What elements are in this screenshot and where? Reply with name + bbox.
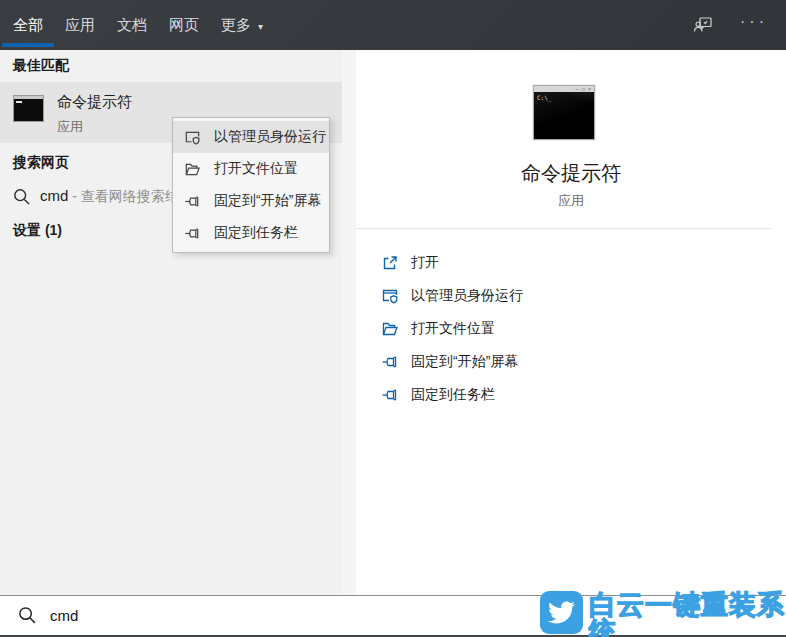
tab-apps-label: 应用 (65, 16, 95, 35)
preview-panel: – □ × C:\_ 命令提示符 应用 打开 (356, 50, 786, 596)
tab-all[interactable]: 全部 (2, 0, 54, 50)
more-options-icon[interactable]: ··· (740, 14, 768, 30)
pin-icon (184, 225, 201, 242)
menu-item-label: 以管理员身份运行 (214, 128, 326, 146)
search-icon (13, 188, 31, 206)
twitter-bird-icon (540, 591, 583, 634)
tab-more[interactable]: 更多 ▾ (210, 0, 274, 50)
feedback-icon[interactable] (692, 14, 714, 36)
tab-web-label: 网页 (169, 16, 199, 35)
action-pin-to-start[interactable]: 固定到“开始”屏幕 (356, 345, 786, 378)
tab-apps[interactable]: 应用 (54, 0, 106, 50)
action-list: 打开 以管理员身份运行 (356, 246, 786, 411)
menu-item-label: 打开文件位置 (214, 160, 298, 178)
best-match-header: 最佳匹配 (13, 57, 69, 75)
action-label: 固定到“开始”屏幕 (411, 353, 518, 371)
panel-divider (342, 50, 356, 596)
action-label: 打开文件位置 (411, 320, 495, 338)
watermark: 白云一键重装系统 www.baiyunxitong.com (540, 591, 786, 637)
menu-open-file-location[interactable]: 打开文件位置 (173, 153, 329, 185)
context-menu: 以管理员身份运行 打开文件位置 固定到“开始”屏幕 (172, 117, 330, 253)
windows-search-flyout: 全部 应用 文档 网页 更多 ▾ ··· (0, 0, 786, 637)
tab-all-label: 全部 (13, 16, 43, 35)
tab-more-label: 更多 (221, 16, 251, 35)
action-open-file-location[interactable]: 打开文件位置 (356, 312, 786, 345)
menu-item-label: 固定到“开始”屏幕 (214, 192, 321, 210)
run-as-admin-icon (184, 129, 201, 146)
watermark-title: 白云一键重装系统 (589, 592, 786, 637)
best-match-subtitle: 应用 (57, 118, 83, 136)
cmd-terminal-icon (13, 95, 44, 122)
action-label: 固定到任务栏 (411, 386, 495, 404)
settings-header: 设置 (1) (13, 222, 62, 240)
file-location-icon (381, 320, 399, 338)
search-web-suffix: - 查看网络搜索结 (68, 188, 178, 204)
tab-documents[interactable]: 文档 (106, 0, 158, 50)
open-icon (381, 254, 399, 272)
run-as-admin-icon (381, 287, 399, 305)
action-open[interactable]: 打开 (356, 246, 786, 279)
action-run-as-admin[interactable]: 以管理员身份运行 (356, 279, 786, 312)
search-web-query: cmd - 查看网络搜索结 (40, 187, 179, 206)
action-label: 打开 (411, 254, 439, 272)
menu-pin-to-taskbar[interactable]: 固定到任务栏 (173, 217, 329, 249)
screen-glare-decoration (534, 92, 594, 139)
search-icon (18, 606, 37, 625)
pin-icon (381, 386, 399, 404)
search-filter-tab-bar: 全部 应用 文档 网页 更多 ▾ ··· (0, 0, 786, 50)
menu-item-label: 固定到任务栏 (214, 224, 298, 242)
app-subtitle: 应用 (356, 192, 786, 210)
cmd-terminal-icon-large: – □ × C:\_ (533, 85, 595, 140)
action-pin-to-taskbar[interactable]: 固定到任务栏 (356, 378, 786, 411)
menu-pin-to-start[interactable]: 固定到“开始”屏幕 (173, 185, 329, 217)
separator (356, 228, 772, 229)
chevron-down-icon: ▾ (258, 21, 263, 32)
best-match-title: 命令提示符 (57, 93, 132, 112)
search-web-header: 搜索网页 (13, 154, 69, 172)
tab-web[interactable]: 网页 (158, 0, 210, 50)
action-label: 以管理员身份运行 (411, 287, 523, 305)
menu-run-as-admin[interactable]: 以管理员身份运行 (173, 121, 329, 153)
file-location-icon (184, 161, 201, 178)
app-title: 命令提示符 (356, 160, 786, 187)
pin-icon (381, 353, 399, 371)
pin-icon (184, 193, 201, 210)
tab-documents-label: 文档 (117, 16, 147, 35)
search-input[interactable] (50, 607, 470, 624)
